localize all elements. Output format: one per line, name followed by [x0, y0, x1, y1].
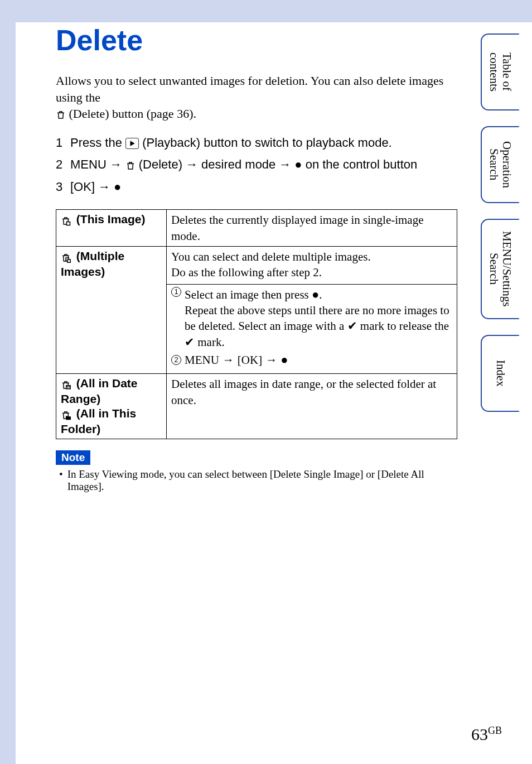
arrow-right-icon: → — [186, 154, 198, 175]
tab-label: Table of contents — [487, 46, 513, 98]
modes-table: (This Image) Deletes the currently displ… — [56, 209, 457, 439]
step-3: 3 [OK] → ● — [56, 176, 457, 197]
playback-icon — [125, 138, 139, 149]
mode-this-image-desc: Deletes the currently displayed image in… — [167, 210, 457, 247]
step-2: 2 MENU → (Delete) → desired mode → ● on … — [56, 154, 457, 175]
trash-icon — [125, 154, 136, 175]
svg-rect-2 — [67, 260, 70, 262]
trash-date-icon — [61, 377, 71, 392]
intro-text-b: (Delete) button (page 36). — [69, 107, 196, 121]
table-row: (All in Date Range) (All in This Folder)… — [56, 374, 457, 439]
arrow-right-icon: → — [223, 352, 234, 368]
tab-index[interactable]: Index — [481, 335, 520, 412]
tab-operation-search[interactable]: Operation Search — [481, 126, 520, 203]
main-content: Delete Allows you to select unwanted ima… — [56, 23, 457, 493]
note-body: •In Easy Viewing mode, you can select be… — [56, 468, 457, 493]
step-3-text: [OK] → ● — [70, 176, 121, 197]
step-1-text: Press the (Playback) button to switch to… — [70, 132, 392, 153]
svg-rect-3 — [66, 386, 71, 389]
svg-rect-0 — [67, 222, 70, 225]
circled-1-icon: 1 — [171, 287, 181, 297]
tab-table-of-contents[interactable]: Table of contents — [481, 33, 520, 110]
intro-text-a: Allows you to select unwanted images for… — [56, 74, 443, 104]
check-icon: ✔ — [185, 335, 195, 348]
circled-2-icon: 2 — [171, 355, 181, 365]
table-row: (This Image) Deletes the currently displ… — [56, 210, 457, 247]
page-title: Delete — [56, 23, 457, 57]
tab-menu-settings-search[interactable]: MENU/Settings Search — [481, 219, 520, 319]
center-button-icon: ● — [312, 287, 319, 301]
mode-all-in-range-desc: Deletes all images in date range, or the… — [167, 374, 457, 439]
trash-multi-icon — [61, 249, 71, 264]
arrow-right-icon: → — [265, 352, 277, 368]
bullet-icon: • — [59, 468, 63, 493]
step-number: 2 — [56, 154, 65, 175]
sub-steps: 1 Select an image then press ●. Repeat t… — [167, 284, 457, 368]
trash-this-icon — [61, 213, 71, 228]
intro-paragraph: Allows you to select unwanted images for… — [56, 73, 457, 122]
tab-label: Operation Search — [487, 138, 513, 191]
trash-folder-icon — [61, 407, 71, 421]
step-number: 1 — [56, 132, 65, 153]
arrow-right-icon: → — [279, 154, 291, 175]
mode-this-image: (This Image) — [56, 210, 167, 247]
note-label: Note — [56, 450, 90, 465]
mode-multiple-images-desc: You can select and delete multiple image… — [167, 246, 457, 373]
steps-list: 1 Press the (Playback) button to switch … — [56, 132, 457, 197]
arrow-right-icon: → — [110, 154, 122, 175]
check-icon: ✔ — [347, 319, 357, 332]
page-number: 63GB — [471, 725, 502, 744]
tab-label: Index — [494, 360, 506, 387]
mode-all-in-range: (All in Date Range) (All in This Folder) — [56, 374, 167, 439]
step-number: 3 — [56, 176, 65, 197]
step-1: 1 Press the (Playback) button to switch … — [56, 132, 457, 153]
trash-icon — [56, 107, 69, 121]
table-row: (Multiple Images) You can select and del… — [56, 246, 457, 373]
mode-multiple-images: (Multiple Images) — [56, 246, 167, 373]
arrow-right-icon: → — [98, 176, 110, 197]
tab-label: MENU/Settings Search — [487, 231, 513, 307]
step-2-text: MENU → (Delete) → desired mode → ● on th… — [70, 154, 417, 175]
